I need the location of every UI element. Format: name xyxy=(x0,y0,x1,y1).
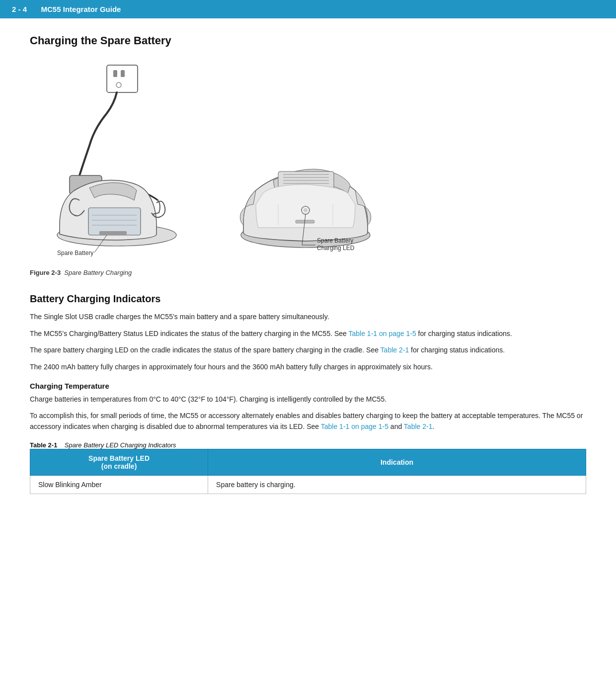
charging-indicators-table: Spare Battery LED(on cradle) Indication … xyxy=(30,449,586,494)
figure-images: Spare Battery xyxy=(30,56,383,265)
para6-link2[interactable]: Table 2-1 xyxy=(404,422,433,430)
para5: Charge batteries in temperatures from 0°… xyxy=(30,394,586,405)
table-body: Slow Blinking Amber Spare battery is cha… xyxy=(30,475,586,494)
figure-left: Spare Battery xyxy=(30,56,199,265)
table-row: Slow Blinking Amber Spare battery is cha… xyxy=(30,475,586,494)
para6-link1[interactable]: Table 1-1 on page 1-5 xyxy=(321,422,388,430)
header-title: MC55 Integrator Guide xyxy=(41,5,121,13)
svg-line-11 xyxy=(94,235,107,252)
figure-right-labels: Spare Battery Charging LED xyxy=(229,56,383,265)
para6-end: . xyxy=(432,422,434,430)
svg-text:Charging LED: Charging LED xyxy=(317,245,355,252)
figure-right: Spare Battery Charging LED xyxy=(229,56,383,265)
para6: To accomplish this, for small periods of… xyxy=(30,411,586,432)
para2-link[interactable]: Table 1-1 on page 1-5 xyxy=(349,330,416,337)
figure-caption-label: Figure 2-3 xyxy=(30,269,61,276)
subsection-title: Battery Charging Indicators xyxy=(30,293,586,305)
para2: The MC55’s Charging/Battery Status LED i… xyxy=(30,329,586,339)
figure-caption-text: Spare Battery Charging xyxy=(64,269,132,276)
section-title: Charging the Spare Battery xyxy=(30,34,586,47)
para3-link[interactable]: Table 2-1 xyxy=(381,346,409,354)
figure-caption: Figure 2-3 Spare Battery Charging xyxy=(30,269,132,276)
main-content: Charging the Spare Battery xyxy=(0,18,616,514)
para3: The spare battery charging LED on the cr… xyxy=(30,345,586,356)
svg-line-25 xyxy=(302,214,306,245)
para3-after: for charging status indications. xyxy=(409,346,505,354)
table-header-col2: Indication xyxy=(208,449,586,475)
page-header: 2 - 4 MC55 Integrator Guide xyxy=(0,0,616,18)
table-label: Table 2-1 xyxy=(30,441,57,449)
table-title: Spare Battery LED Charging Indicators xyxy=(65,441,176,449)
table-label-line: Table 2-1 Spare Battery LED Charging Ind… xyxy=(30,441,586,449)
svg-text:Spare Battery: Spare Battery xyxy=(317,237,353,244)
table-cell-indication: Spare battery is charging. xyxy=(208,475,586,494)
charging-temp-title: Charging Temperature xyxy=(30,382,586,390)
para1: The Single Slot USB cradle charges the M… xyxy=(30,312,586,323)
para6-before: To accomplish this, for small periods of… xyxy=(30,412,583,430)
figure-left-labels: Spare Battery xyxy=(30,56,199,265)
para6-mid: and xyxy=(388,422,404,430)
para2-after: for charging status indications. xyxy=(416,330,512,337)
table-header-col1: Spare Battery LED(on cradle) xyxy=(30,449,208,475)
table-header-row: Spare Battery LED(on cradle) Indication xyxy=(30,449,586,475)
para3-before: The spare battery charging LED on the cr… xyxy=(30,346,381,354)
figure-area: Spare Battery xyxy=(30,56,586,288)
para2-before: The MC55’s Charging/Battery Status LED i… xyxy=(30,330,349,337)
header-separator xyxy=(31,5,37,13)
para4: The 2400 mAh battery fully charges in ap… xyxy=(30,362,586,373)
svg-text:Spare Battery: Spare Battery xyxy=(57,250,93,256)
chapter-number: 2 - 4 xyxy=(12,5,27,13)
table-cell-led: Slow Blinking Amber xyxy=(30,475,208,494)
